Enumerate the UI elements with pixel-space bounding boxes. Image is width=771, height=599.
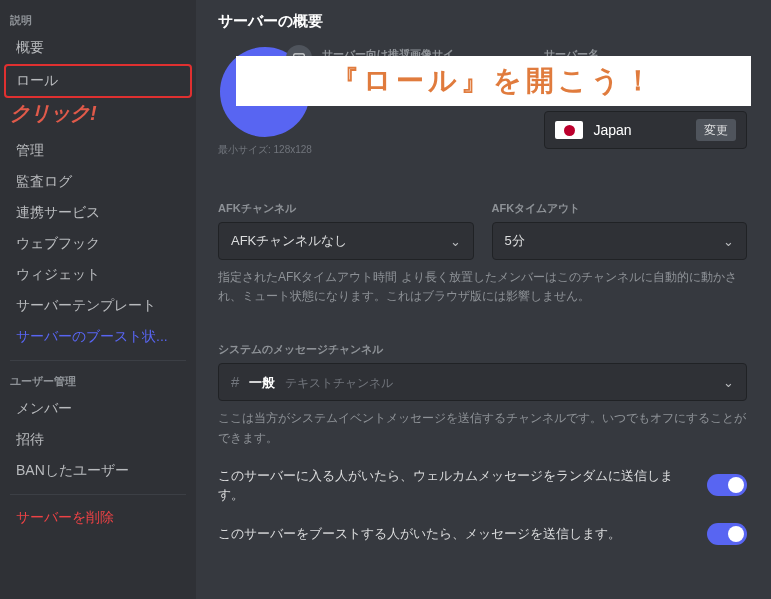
sidebar-item-template[interactable]: サーバーテンプレート [6, 291, 190, 321]
section-header-settings: 説明 [0, 8, 196, 32]
section-header-user-mgmt: ユーザー管理 [0, 369, 196, 393]
sidebar-item-integrations[interactable]: 連携サービス [6, 198, 190, 228]
sidebar-item-overview[interactable]: 概要 [6, 33, 190, 63]
welcome-message-toggle[interactable] [707, 474, 747, 496]
sidebar-item-invites[interactable]: 招待 [6, 425, 190, 455]
boost-message-toggle-label: このサーバーをブーストする人がいたら、メッセージを送信します。 [218, 524, 689, 544]
server-region-select[interactable]: Japan 変更 [544, 111, 747, 149]
sidebar-item-audit-log[interactable]: 監査ログ [6, 167, 190, 197]
annotation-click: クリック! [0, 98, 196, 135]
system-channel-select[interactable]: # 一般 テキストチャンネル ⌄ [218, 363, 747, 401]
afk-timeout-label: AFKタイムアウト [492, 201, 748, 216]
divider [10, 360, 186, 361]
afk-channel-label: AFKチャンネル [218, 201, 474, 216]
system-channel-value: 一般 [249, 375, 275, 390]
hash-icon: # [231, 373, 239, 390]
sidebar-item-widget[interactable]: ウィジェット [6, 260, 190, 290]
region-value: Japan [593, 122, 686, 138]
sidebar-item-bans[interactable]: BANしたユーザー [6, 456, 190, 486]
change-region-button[interactable]: 変更 [696, 119, 736, 141]
afk-channel-select[interactable]: AFKチャンネルなし ⌄ [218, 222, 474, 260]
avatar-min-size-caption: 最小サイズ: 128x128 [218, 143, 312, 157]
flag-japan-icon [555, 121, 583, 139]
sidebar-item-webhooks[interactable]: ウェブフック [6, 229, 190, 259]
sidebar-item-members[interactable]: メンバー [6, 394, 190, 424]
system-channel-subtype: テキストチャンネル [285, 376, 393, 390]
afk-hint-text: 指定されたAFKタイムアウト時間 より長く放置したメンバーはこのチャンネルに自動… [218, 268, 747, 306]
sidebar-item-boost-status[interactable]: サーバーのブースト状... [6, 322, 190, 352]
annotation-banner: 『ロール』を開こう！ [236, 56, 751, 106]
sidebar-item-roles[interactable]: ロール [4, 64, 192, 98]
afk-timeout-value: 5分 [505, 232, 525, 250]
afk-timeout-select[interactable]: 5分 ⌄ [492, 222, 748, 260]
chevron-down-icon: ⌄ [723, 375, 734, 390]
divider [10, 494, 186, 495]
page-title: サーバーの概要 [218, 12, 747, 31]
main-content: 『ロール』を開こう！ サーバーの概要 最小サイズ: 128x128 サーバー向け… [196, 0, 771, 599]
sidebar-item-manage[interactable]: 管理 [6, 136, 190, 166]
welcome-message-toggle-label: このサーバーに入る人がいたら、ウェルカムメッセージをランダムに送信します。 [218, 466, 689, 505]
chevron-down-icon: ⌄ [723, 234, 734, 249]
system-channel-label: システムのメッセージチャンネル [218, 342, 747, 357]
sidebar-item-delete-server[interactable]: サーバーを削除 [6, 503, 190, 533]
afk-channel-value: AFKチャンネルなし [231, 232, 347, 250]
boost-message-toggle[interactable] [707, 523, 747, 545]
chevron-down-icon: ⌄ [450, 234, 461, 249]
settings-sidebar: 説明 概要 ロール クリック! 管理 監査ログ 連携サービス ウェブフック ウィ… [0, 0, 196, 599]
system-channel-hint: ここは当方がシステムイベントメッセージを送信するチャンネルです。いつでもオフにす… [218, 409, 747, 447]
